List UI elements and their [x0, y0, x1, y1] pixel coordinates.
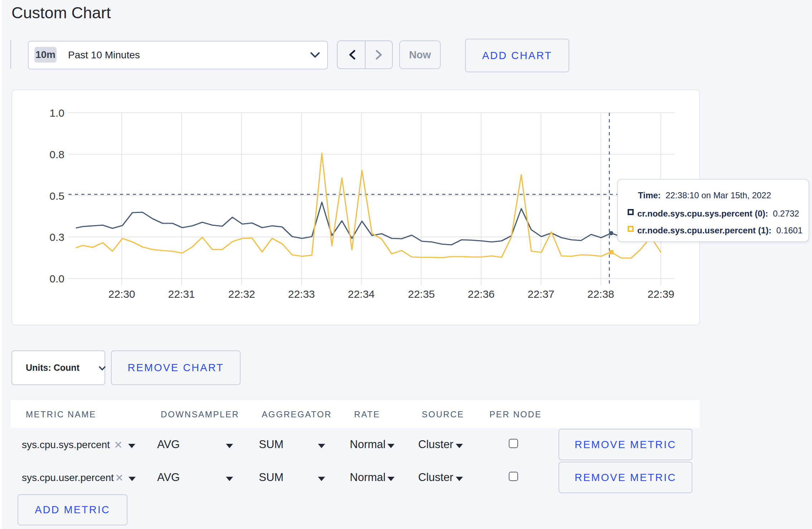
svg-text:22:34: 22:34 — [348, 288, 374, 300]
svg-text:22:37: 22:37 — [527, 288, 554, 300]
svg-text:22:31: 22:31 — [168, 288, 195, 300]
svg-text:0.5: 0.5 — [49, 190, 64, 202]
svg-text:1.0: 1.0 — [49, 107, 64, 119]
svg-text:22:36: 22:36 — [468, 288, 494, 300]
svg-text:0.0: 0.0 — [49, 273, 64, 285]
svg-text:0.8: 0.8 — [49, 149, 64, 160]
svg-text:22:39: 22:39 — [647, 288, 674, 300]
svg-text:22:33: 22:33 — [288, 288, 315, 300]
svg-text:0.3: 0.3 — [49, 231, 64, 243]
svg-text:22:32: 22:32 — [228, 288, 255, 300]
svg-text:22:35: 22:35 — [408, 288, 435, 300]
svg-text:22:30: 22:30 — [108, 288, 135, 300]
svg-text:22:38: 22:38 — [587, 288, 614, 300]
